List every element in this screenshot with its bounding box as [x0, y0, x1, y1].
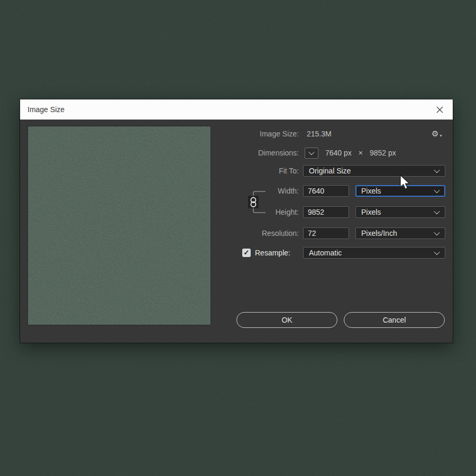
- dialog-options-button[interactable]: ⚙ ▾: [432, 128, 442, 140]
- dimensions-width-value: 7640 px: [325, 147, 352, 159]
- dialog-title: Image Size: [28, 105, 65, 114]
- resolution-input[interactable]: [303, 227, 349, 239]
- gear-icon: ⚙: [432, 128, 438, 140]
- resolution-unit-dropdown[interactable]: Pixels/Inch: [355, 227, 445, 239]
- resolution-label: Resolution:: [230, 227, 299, 239]
- chevron-down-icon: [434, 230, 440, 235]
- image-size-value: 215.3M: [307, 128, 332, 140]
- image-size-dialog: Image Size Image Size: 215.3M: [20, 99, 453, 343]
- height-label: Height:: [230, 206, 299, 218]
- image-size-label: Image Size:: [230, 128, 299, 140]
- resample-checkbox[interactable]: ✓: [242, 249, 251, 257]
- fit-to-value: Original Size: [309, 167, 435, 175]
- gear-caret-icon: ▾: [440, 133, 442, 138]
- chevron-down-icon: [308, 149, 314, 155]
- dimensions-unit-dropdown[interactable]: [305, 148, 318, 159]
- dialog-body: Image Size: 215.3M ⚙ ▾ Dimensions: 7640 …: [20, 120, 453, 343]
- height-unit-dropdown[interactable]: Pixels: [355, 206, 445, 218]
- dialog-titlebar[interactable]: Image Size: [20, 99, 453, 120]
- width-unit-value: Pixels: [361, 187, 435, 195]
- height-unit-value: Pixels: [361, 208, 435, 216]
- dimensions-height-value: 9852 px: [370, 147, 396, 159]
- chevron-down-icon: [434, 208, 440, 214]
- checkmark-icon: ✓: [244, 249, 250, 257]
- width-input[interactable]: [303, 185, 349, 197]
- fit-to-label: Fit To:: [230, 165, 299, 177]
- dimensions-label: Dimensions:: [230, 147, 299, 159]
- mouse-cursor: [399, 175, 412, 191]
- image-preview[interactable]: [28, 126, 211, 325]
- cancel-button[interactable]: Cancel: [344, 312, 445, 328]
- dimensions-row: 7640 px × 9852 px: [305, 147, 396, 159]
- resample-label: Resample:: [255, 247, 290, 259]
- ok-button[interactable]: OK: [236, 312, 337, 328]
- close-icon[interactable]: [434, 104, 445, 115]
- chevron-down-icon: [434, 167, 440, 173]
- dimensions-separator: ×: [359, 147, 363, 159]
- chevron-down-icon: [434, 249, 440, 255]
- chevron-down-icon: [434, 187, 440, 193]
- fit-to-dropdown[interactable]: Original Size: [303, 165, 445, 177]
- resample-dropdown[interactable]: Automatic: [303, 247, 445, 259]
- resample-value: Automatic: [309, 249, 435, 257]
- resolution-unit-value: Pixels/Inch: [361, 229, 435, 237]
- height-input[interactable]: [303, 206, 349, 218]
- width-label: Width:: [230, 185, 299, 197]
